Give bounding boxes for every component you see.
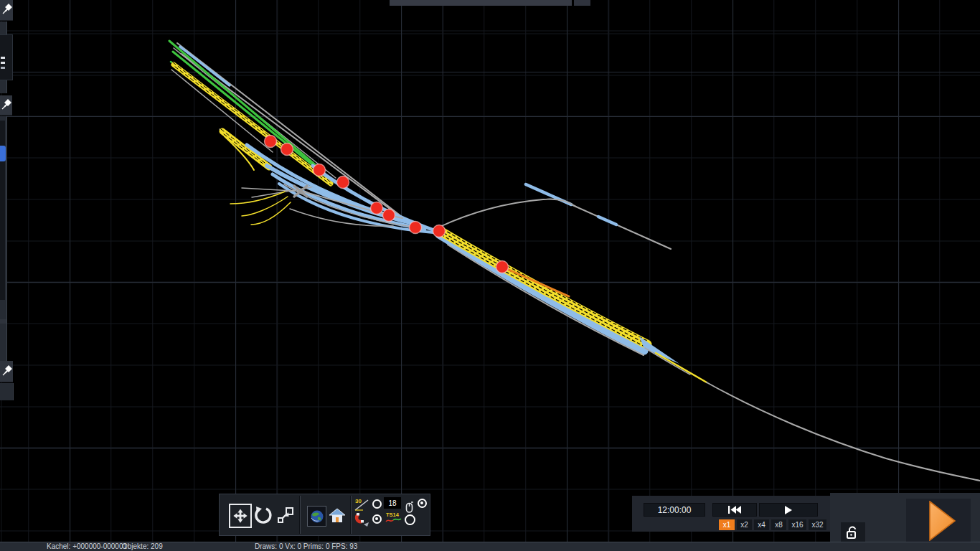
globe-icon <box>310 509 324 524</box>
snap-magnet-icon <box>354 512 370 527</box>
lock-toggle-button[interactable] <box>841 522 865 542</box>
mouse-mode-button[interactable] <box>405 501 413 513</box>
signal-marker[interactable] <box>433 225 446 237</box>
status-tile: Kachel: +000000-000001 <box>47 542 127 551</box>
signal-marker[interactable] <box>410 222 422 234</box>
signal-marker[interactable] <box>314 164 326 176</box>
speed-x1-button[interactable]: x1 <box>719 519 735 530</box>
gradient-value-display[interactable]: 18 <box>384 497 401 509</box>
signal-marker[interactable] <box>371 202 383 215</box>
dock-strip-3[interactable] <box>0 383 14 400</box>
rewind-start-button[interactable] <box>712 503 757 517</box>
speed-x16-button[interactable]: x16 <box>788 519 806 530</box>
signal-markers <box>265 136 509 273</box>
snap-mode-radio[interactable] <box>372 514 382 524</box>
dock-strip-2[interactable] <box>0 116 7 361</box>
toolbar-separator <box>351 496 352 534</box>
speed-x4-button[interactable]: x4 <box>754 519 769 530</box>
time-control-panel: 12:00:00 x1 x2 x4 x8 x16 x32 <box>632 496 830 532</box>
rewind-start-icon <box>727 506 742 514</box>
pushpin-icon <box>1 99 12 110</box>
sim-time-value: 12:00:00 <box>658 505 692 515</box>
tool-glyph-fragment-icon <box>0 55 7 74</box>
pushpin-icon <box>1 4 13 15</box>
signal-marker[interactable] <box>281 143 293 156</box>
svg-text:30: 30 <box>355 498 362 504</box>
speed-x8-button[interactable]: x8 <box>771 519 786 530</box>
track-viewport[interactable] <box>0 0 980 542</box>
signal-marker[interactable] <box>265 136 277 148</box>
signal-marker[interactable] <box>383 209 395 222</box>
dock-strip-divider <box>0 319 6 324</box>
mouse-mode-radio[interactable] <box>418 499 427 508</box>
home-view-button[interactable] <box>328 506 346 525</box>
ts14-mode-button[interactable]: TS14 <box>385 511 402 524</box>
svg-text:TS14: TS14 <box>386 512 400 518</box>
junction-x-marker <box>294 186 307 197</box>
pan-tool-button[interactable] <box>229 504 252 528</box>
rotate-tool-button[interactable] <box>253 504 272 526</box>
arrow-square-icon <box>276 506 295 524</box>
status-bar: Kachel: +000000-000001 Objekte: 209 Draw… <box>0 542 980 551</box>
toolbar-separator <box>300 496 301 534</box>
sim-time-field[interactable]: 12:00:00 <box>644 503 705 517</box>
globe-view-button[interactable] <box>307 506 326 527</box>
move-arrows-icon <box>232 508 248 524</box>
pushpin-icon <box>1 365 13 377</box>
lock-open-icon <box>846 524 860 540</box>
slope-mode-radio[interactable] <box>372 499 382 509</box>
rotate-ccw-icon <box>253 506 272 524</box>
play-icon <box>929 501 956 541</box>
start-simulation-button[interactable] <box>906 499 971 542</box>
gradient-30-icon: 30 <box>354 497 369 512</box>
ts14-mode-radio[interactable] <box>405 514 415 525</box>
dock-panel-fragment-1 <box>0 34 13 80</box>
dock-pin-button-1[interactable] <box>0 0 13 21</box>
mouse-icon <box>405 501 413 513</box>
dock-blue-tool-fragment <box>0 146 6 161</box>
snap-mode-button[interactable] <box>354 512 370 527</box>
step-play-button[interactable] <box>759 503 818 517</box>
status-objects: Objekte: 209 <box>122 542 163 551</box>
speed-x2-button[interactable]: x2 <box>737 519 752 530</box>
status-render-stats: Draws: 0 Vx: 0 Prims: 0 FPS: 93 <box>255 542 357 551</box>
play-icon <box>785 506 792 514</box>
home-icon <box>329 508 346 524</box>
track-lines <box>169 41 980 481</box>
ts14-curve-icon: TS14 <box>385 511 402 524</box>
dock-pin-button-3[interactable] <box>0 361 13 382</box>
gradient-value: 18 <box>388 499 396 507</box>
top-panel-handle[interactable] <box>390 0 572 6</box>
track-schematic <box>0 0 980 542</box>
top-panel-handle-2[interactable] <box>574 0 590 6</box>
dock-pin-button-2[interactable] <box>0 95 12 116</box>
view-toolbar: 30 18 TS14 <box>219 494 430 536</box>
translate-tool-button[interactable] <box>275 504 295 526</box>
speed-x32-button[interactable]: x32 <box>809 519 826 530</box>
signal-marker[interactable] <box>496 261 509 273</box>
signal-marker[interactable] <box>337 176 349 189</box>
slope-mode-button[interactable]: 30 <box>354 497 369 512</box>
simulation-panel <box>830 493 980 542</box>
